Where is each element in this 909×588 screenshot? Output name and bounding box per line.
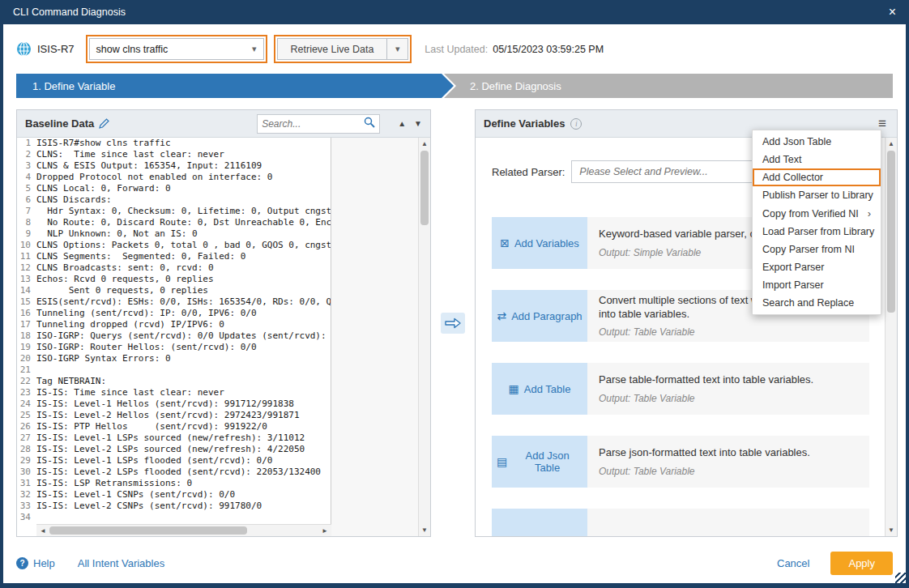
parser-card-button[interactable]: ⇄ Add Paragraph (492, 290, 587, 342)
line-text: Sent 0 requests, 0 replies (36, 285, 208, 296)
parser-card[interactable]: ▤ Add Json Table Parse json-formatted te… (492, 436, 869, 488)
line-number: 30 (17, 467, 36, 478)
baseline-horizontal-scrollbar[interactable]: ◄ ► (36, 524, 331, 536)
parser-card-button[interactable]: ⊠ Add Variables (492, 217, 587, 269)
code-line[interactable]: 34 (17, 512, 331, 523)
code-line[interactable]: 6 CLNS Discards: (17, 194, 331, 206)
scrollbar-thumb[interactable] (420, 151, 429, 225)
code-line[interactable]: 1 ISIS-R7#show clns traffic (17, 138, 331, 149)
line-text: IS-IS: PTP Hellos (sent/rcvd): 991922/0 (36, 421, 267, 432)
menu-item[interactable]: Export Parser (753, 258, 881, 276)
scroll-down-icon[interactable]: ▼ (886, 526, 897, 534)
code-line[interactable]: 14 Sent 0 requests, 0 replies (17, 285, 331, 296)
code-line[interactable]: 2 CLNS: Time since last clear: never (17, 149, 331, 160)
line-number: 24 (17, 398, 36, 410)
code-line[interactable]: 3 CLNS & ESIS Output: 165354, Input: 211… (17, 160, 331, 172)
resize-grip[interactable] (895, 573, 906, 583)
scroll-up-icon[interactable]: ▲ (886, 140, 897, 147)
parser-card-output: Output: Table Variable (599, 326, 858, 338)
tab-define-diagnosis[interactable]: 2. Define Diagnosis (444, 74, 893, 98)
line-number: 13 (17, 274, 36, 285)
code-line[interactable]: 18 ISO-IGRP: Querys (sent/rcvd): 0/0 Upd… (17, 330, 331, 342)
parser-card-partial[interactable] (492, 509, 869, 536)
search-prev-button[interactable]: ▲ (398, 119, 406, 128)
menu-item-label: Add Json Table (762, 136, 831, 147)
help-link[interactable]: Help (33, 557, 55, 569)
info-icon[interactable]: i (570, 118, 582, 130)
baseline-vertical-scrollbar[interactable]: ▲ ▼ (418, 138, 430, 536)
code-line[interactable]: 20 ISO-IGRP Syntax Errors: 0 (17, 353, 331, 364)
cancel-button[interactable]: Cancel (777, 557, 809, 569)
code-line[interactable]: 13 Echos: Rcvd 0 requests, 0 replies (17, 274, 331, 285)
code-line[interactable]: 33 IS-IS: Level-2 CSNPs (sent/rcvd): 991… (17, 501, 331, 512)
help-icon[interactable]: ? (16, 557, 28, 569)
menu-item[interactable]: Search and Replace (753, 294, 881, 312)
search-input[interactable] (262, 118, 364, 130)
code-line[interactable]: 29 IS-IS: Level-1 LSPs flooded (sent/rcv… (17, 455, 331, 467)
code-line[interactable]: 31 IS-IS: LSP Retransmissions: 0 (17, 478, 331, 489)
code-line[interactable]: 5 CLNS Local: 0, Forward: 0 (17, 183, 331, 194)
code-line[interactable]: 22 Tag NETBRAIN: (17, 376, 331, 387)
scroll-left-icon[interactable]: ◄ (40, 527, 46, 535)
code-line[interactable]: 17 Tunneling dropped (rcvd) IP/IPV6: 0 (17, 319, 331, 330)
retrieve-live-data-button[interactable]: Retrieve Live Data (277, 38, 388, 60)
line-number: 4 (17, 172, 36, 183)
menu-item[interactable]: Copy Parser from NI (753, 241, 881, 258)
parser-card-button[interactable]: ▦ Add Table (492, 363, 587, 415)
menu-item-label: Search and Replace (762, 297, 854, 309)
code-line[interactable]: 27 IS-IS: Level-1 LSPs sourced (new/refr… (17, 432, 331, 444)
tab-define-variable[interactable]: 1. Define Variable (16, 74, 454, 98)
scroll-down-icon[interactable]: ▼ (419, 526, 430, 534)
scroll-right-icon[interactable]: ► (322, 527, 328, 535)
cli-output-text[interactable]: 1 ISIS-R7#show clns traffic 2 CLNS: Time… (17, 138, 331, 536)
menu-item-label: Load Parser from Library (762, 226, 874, 237)
menu-item[interactable]: Add Collector (753, 168, 881, 186)
search-next-button[interactable]: ▼ (414, 119, 422, 128)
parser-card[interactable]: ▦ Add Table Parse table-formatted text i… (492, 363, 869, 415)
command-select[interactable]: show clns traffic ▾ (89, 38, 264, 60)
code-line[interactable]: 7 Hdr Syntax: 0, Checksum: 0, Lifetime: … (17, 206, 331, 217)
code-line[interactable]: 24 IS-IS: Level-1 Hellos (sent/rcvd): 99… (17, 398, 331, 410)
scroll-up-icon[interactable]: ▲ (419, 140, 430, 147)
scrollbar-thumb[interactable] (49, 526, 247, 535)
menu-item[interactable]: Load Parser from Library (753, 223, 881, 241)
variables-vertical-scrollbar[interactable]: ▲ ▼ (885, 138, 897, 536)
menu-item[interactable]: Copy from Verified NI › (753, 204, 881, 223)
parser-card-desc-text: Parse json-formatted text into table var… (599, 446, 858, 460)
code-line[interactable]: 11 CLNS Segments: Segmented: 0, Failed: … (17, 251, 331, 262)
code-line[interactable]: 15 ESIS(sent/rcvd): ESHs: 0/0, ISHs: 165… (17, 296, 331, 308)
code-line[interactable]: 23 IS-IS: Time since last clear: never (17, 387, 331, 398)
line-number: 22 (17, 376, 36, 387)
code-line[interactable]: 21 (17, 364, 331, 376)
code-line[interactable]: 16 Tunneling (sent/rcvd): IP: 0/0, IPV6:… (17, 308, 331, 319)
line-text: IS-IS: Level-1 LSPs flooded (sent/rcvd):… (36, 455, 272, 467)
close-icon[interactable]: × (889, 6, 896, 19)
parser-card-button[interactable] (492, 509, 587, 536)
code-line[interactable]: 8 No Route: 0, Discard Route: 0, Dst Unr… (17, 217, 331, 228)
last-updated-value: 05/15/2023 03:59:25 PM (493, 44, 604, 55)
parser-card-button[interactable]: ▤ Add Json Table (492, 436, 587, 488)
search-icon[interactable] (364, 117, 375, 131)
all-intent-variables-link[interactable]: All Intent Variables (78, 557, 164, 569)
retrieve-dropdown-button[interactable]: ▾ (387, 38, 408, 60)
edit-pencil-icon[interactable] (99, 118, 109, 129)
menu-item[interactable]: Add Text (753, 151, 881, 168)
menu-item[interactable]: Publish Parser to Library (753, 186, 881, 204)
transfer-right-arrow-icon[interactable] (441, 313, 465, 334)
code-line[interactable]: 12 CLNS Broadcasts: sent: 0, rcvd: 0 (17, 262, 331, 274)
menu-item-label: Add Text (762, 154, 801, 165)
code-line[interactable]: 9 NLP Unknown: 0, Not an IS: 0 (17, 228, 331, 240)
menu-item[interactable]: Import Parser (753, 276, 881, 294)
code-line[interactable]: 19 ISO-IGRP: Router Hellos: (sent/rcvd):… (17, 342, 331, 353)
code-line[interactable]: 4 Dropped Protocol not enabled on interf… (17, 172, 331, 183)
code-line[interactable]: 26 IS-IS: PTP Hellos (sent/rcvd): 991922… (17, 421, 331, 432)
scrollbar-thumb[interactable] (887, 151, 895, 313)
code-line[interactable]: 28 IS-IS: Level-2 LSPs sourced (new/refr… (17, 444, 331, 455)
apply-button[interactable]: Apply (830, 552, 893, 575)
code-line[interactable]: 10 CLNS Options: Packets 0, total 0 , ba… (17, 240, 331, 251)
menu-item[interactable]: Add Json Table (753, 133, 881, 151)
code-line[interactable]: 30 IS-IS: Level-2 LSPs flooded (sent/rcv… (17, 467, 331, 478)
submenu-arrow-icon: › (868, 207, 871, 219)
code-line[interactable]: 32 IS-IS: Level-1 CSNPs (sent/rcvd): 0/0 (17, 489, 331, 501)
code-line[interactable]: 25 IS-IS: Level-2 Hellos (sent/rcvd): 29… (17, 410, 331, 421)
